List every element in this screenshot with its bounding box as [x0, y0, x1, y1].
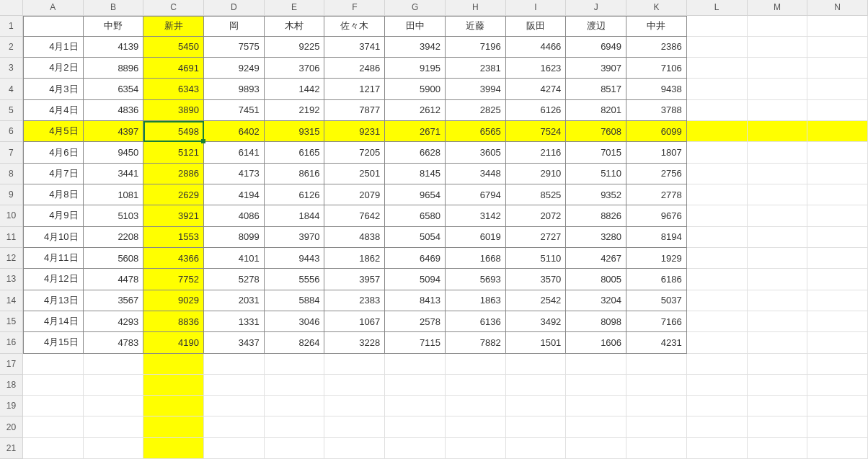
cell-H11[interactable]: 6019	[446, 227, 506, 248]
cell-A6[interactable]: 4月5日	[23, 121, 84, 142]
cell-D10[interactable]: 4086	[204, 205, 265, 226]
cell-E3[interactable]: 3706	[265, 58, 325, 79]
cell-N18[interactable]	[807, 375, 868, 396]
cell-H13[interactable]: 5693	[446, 269, 506, 290]
row-header-7[interactable]: 7	[0, 142, 23, 163]
cell-B1[interactable]: 中野	[84, 16, 144, 37]
cell-J15[interactable]: 8098	[566, 311, 626, 332]
cell-C20[interactable]	[143, 416, 204, 437]
column-header-A[interactable]: A	[23, 0, 84, 16]
cell-K20[interactable]	[626, 416, 687, 437]
cell-G11[interactable]: 5054	[385, 227, 446, 248]
cell-H17[interactable]	[446, 354, 506, 375]
row-header-2[interactable]: 2	[0, 37, 23, 58]
cell-F21[interactable]	[324, 438, 385, 459]
cell-E5[interactable]: 2192	[265, 100, 325, 121]
cell-K4[interactable]: 9438	[626, 79, 687, 99]
cell-E7[interactable]: 6165	[265, 142, 325, 163]
row-header-20[interactable]: 20	[0, 416, 23, 437]
cell-G3[interactable]: 9195	[385, 58, 446, 79]
cell-B7[interactable]: 9450	[84, 142, 144, 163]
cell-K12[interactable]: 1929	[626, 248, 687, 269]
cell-C4[interactable]: 6343	[143, 79, 204, 99]
cell-K10[interactable]: 9676	[626, 205, 687, 226]
cell-K11[interactable]: 8194	[626, 227, 687, 248]
cell-J4[interactable]: 8517	[566, 79, 626, 99]
cell-A16[interactable]: 4月15日	[23, 332, 84, 353]
cell-G6[interactable]: 2671	[385, 121, 446, 142]
cell-E13[interactable]: 5556	[265, 269, 325, 290]
cell-L13[interactable]	[687, 269, 748, 290]
column-header-N[interactable]: N	[807, 0, 868, 16]
cell-I17[interactable]	[506, 354, 567, 375]
row-header-6[interactable]: 6	[0, 121, 23, 142]
cell-E4[interactable]: 1442	[265, 79, 325, 99]
cell-I12[interactable]: 5110	[506, 248, 567, 269]
cell-K2[interactable]: 2386	[626, 37, 687, 58]
cell-D16[interactable]: 3437	[204, 332, 265, 353]
cell-B10[interactable]: 5103	[84, 205, 144, 226]
column-header-C[interactable]: C	[143, 0, 204, 16]
cell-C1[interactable]: 新井	[143, 16, 204, 37]
cell-E15[interactable]: 3046	[265, 311, 325, 332]
row-header-14[interactable]: 14	[0, 290, 23, 311]
cell-A21[interactable]	[23, 438, 84, 459]
cell-D21[interactable]	[204, 438, 265, 459]
cell-A1[interactable]	[23, 16, 84, 37]
column-header-L[interactable]: L	[687, 0, 748, 16]
cell-B3[interactable]: 8896	[84, 58, 144, 79]
cell-D3[interactable]: 9249	[204, 58, 265, 79]
cell-J2[interactable]: 6949	[566, 37, 626, 58]
cell-M18[interactable]	[748, 375, 808, 396]
cell-H10[interactable]: 3142	[446, 205, 506, 226]
cell-N10[interactable]	[807, 205, 868, 226]
column-header-J[interactable]: J	[566, 0, 626, 16]
cell-C6[interactable]: 5498	[143, 121, 204, 142]
cell-C11[interactable]: 1553	[143, 227, 204, 248]
column-header-H[interactable]: H	[446, 0, 506, 16]
cell-A2[interactable]: 4月1日	[23, 37, 84, 58]
cell-J1[interactable]: 渡辺	[566, 16, 626, 37]
cell-B11[interactable]: 2208	[84, 227, 144, 248]
cell-M11[interactable]	[748, 227, 808, 248]
cell-I9[interactable]: 8525	[506, 184, 567, 205]
cell-B2[interactable]: 4139	[84, 37, 144, 58]
cell-J6[interactable]: 7608	[566, 121, 626, 142]
select-all-corner[interactable]	[0, 0, 23, 16]
cell-B20[interactable]	[84, 416, 144, 437]
cell-C12[interactable]: 4366	[143, 248, 204, 269]
cell-F5[interactable]: 7877	[324, 100, 385, 121]
cell-L9[interactable]	[687, 184, 748, 205]
cell-E12[interactable]: 9443	[265, 248, 325, 269]
cell-C10[interactable]: 3921	[143, 205, 204, 226]
cell-N5[interactable]	[807, 100, 868, 121]
cell-M21[interactable]	[748, 438, 808, 459]
cell-E16[interactable]: 8264	[265, 332, 325, 353]
cell-C9[interactable]: 2629	[143, 184, 204, 205]
cell-I19[interactable]	[506, 396, 567, 416]
cell-B9[interactable]: 1081	[84, 184, 144, 205]
cell-B14[interactable]: 3567	[84, 290, 144, 311]
cell-D7[interactable]: 6141	[204, 142, 265, 163]
cell-N11[interactable]	[807, 227, 868, 248]
row-header-1[interactable]: 1	[0, 16, 23, 37]
cell-N7[interactable]	[807, 142, 868, 163]
cell-N16[interactable]	[807, 332, 868, 353]
cell-B13[interactable]: 4478	[84, 269, 144, 290]
cell-M17[interactable]	[748, 354, 808, 375]
cell-D20[interactable]	[204, 416, 265, 437]
cell-G10[interactable]: 6580	[385, 205, 446, 226]
cell-I18[interactable]	[506, 375, 567, 396]
cell-C19[interactable]	[143, 396, 204, 416]
cell-K14[interactable]: 5037	[626, 290, 687, 311]
cell-K3[interactable]: 7106	[626, 58, 687, 79]
cell-G2[interactable]: 3942	[385, 37, 446, 58]
cell-B8[interactable]: 3441	[84, 164, 144, 184]
cell-N4[interactable]	[807, 79, 868, 99]
cell-E17[interactable]	[265, 354, 325, 375]
cell-F11[interactable]: 4838	[324, 227, 385, 248]
cell-E11[interactable]: 3970	[265, 227, 325, 248]
cell-G1[interactable]: 田中	[385, 16, 446, 37]
cell-M12[interactable]	[748, 248, 808, 269]
cell-B18[interactable]	[84, 375, 144, 396]
